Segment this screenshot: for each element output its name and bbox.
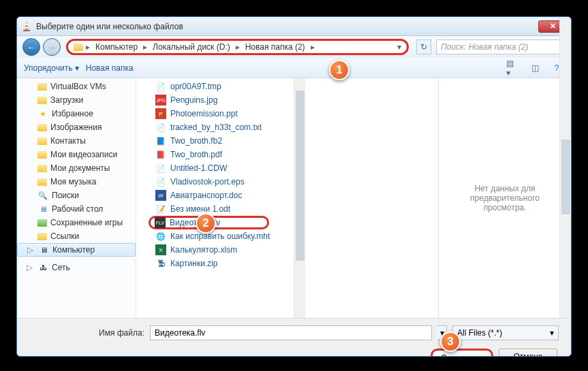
tree-item: Контакты: [17, 134, 136, 148]
chevron-right-icon: ▸: [311, 42, 315, 52]
file-row[interactable]: XКалькулятор.xlsm: [136, 243, 438, 257]
mht-icon: 🌐: [155, 231, 166, 242]
forward-button[interactable]: →: [43, 38, 61, 56]
preview-pane-button[interactable]: ◫: [527, 61, 542, 75]
view-options-button[interactable]: ▤ ▾: [506, 61, 521, 75]
tree-item: 🖥Рабочий стол: [17, 202, 136, 216]
jpg-icon: JPG: [155, 95, 166, 106]
tree-item: 🔍Поиски: [17, 189, 136, 202]
flv-icon: FLV: [155, 217, 166, 228]
tree-item-computer[interactable]: ▷🖥Компьютер: [17, 243, 136, 257]
tree-item: Моя музыка: [17, 175, 136, 189]
navigation-tree[interactable]: VirtualBox VMs Загрузки ★Избранное Изобр…: [17, 78, 136, 318]
folder-icon: [74, 44, 83, 51]
music-icon: [37, 178, 47, 186]
fb2-icon: 📘: [155, 135, 166, 146]
file-row[interactable]: 📘Two_broth.fb2: [136, 134, 438, 148]
titlebar[interactable]: Выберите один или несколько файлов ✕: [17, 17, 571, 36]
tree-item: Сохраненные игры: [17, 216, 136, 229]
svg-rect-2: [25, 27, 28, 29]
file-row[interactable]: JPGPenguins.jpg: [136, 93, 438, 107]
preview-pane: Нет данных для предварительного просмотр…: [438, 78, 571, 318]
file-row[interactable]: 📄opr00A9T.tmp: [136, 80, 438, 93]
games-icon: [37, 219, 47, 227]
zip-icon: 🗜: [155, 258, 166, 269]
file-row[interactable]: 📝Без имени 1.odt: [136, 202, 438, 216]
video-icon: [37, 151, 47, 159]
folder-icon: [37, 97, 47, 104]
computer-icon: 🖥: [38, 244, 49, 255]
tree-item: VirtualBox VMs: [17, 80, 136, 93]
file-row[interactable]: 🌐Как исправить ошибку.mht: [136, 229, 438, 243]
contacts-icon: [37, 138, 47, 145]
refresh-button[interactable]: ↻: [416, 39, 431, 54]
links-icon: [37, 233, 47, 240]
file-row[interactable]: 📄tracked_by_h33t_com.txt: [136, 120, 438, 134]
breadcrumb-item[interactable]: Компьютер: [93, 42, 140, 52]
chevron-right-icon: ▸: [143, 42, 147, 52]
filetype-filter[interactable]: All Files (*.*)▾: [452, 325, 559, 340]
annotation-2: 2: [196, 213, 216, 233]
folder-icon: [37, 83, 47, 91]
search-placeholder: Поиск: Новая папка (2): [441, 42, 528, 52]
cancel-button[interactable]: Отмена: [499, 349, 557, 357]
dialog-body: VirtualBox VMs Загрузки ★Избранное Изобр…: [17, 78, 571, 318]
filelist-scrollbar[interactable]: [294, 78, 305, 318]
filename-input[interactable]: [150, 325, 432, 340]
eps-icon: 📄: [155, 176, 166, 187]
preview-empty-text: Нет данных для предварительного просмотр…: [452, 184, 557, 212]
cdw-icon: 📄: [155, 163, 166, 174]
file-open-dialog: Выберите один или несколько файлов ✕ ← →…: [16, 16, 572, 357]
file-icon: 📄: [155, 81, 166, 92]
file-row[interactable]: 🗜Картинки.zip: [136, 257, 438, 270]
search-input[interactable]: Поиск: Новая папка (2): [436, 39, 566, 54]
breadcrumb-item[interactable]: Новая папка (2): [243, 42, 308, 52]
file-row[interactable]: 📄Untitled-1.CDW: [136, 161, 438, 175]
search-icon: 🔍: [37, 190, 48, 201]
back-button[interactable]: ←: [22, 38, 40, 56]
tree-item: Изображения: [17, 120, 136, 134]
tree-item: Загрузки: [17, 93, 136, 107]
chevron-down-icon[interactable]: ▾: [397, 42, 401, 52]
tree-item: Мои видеозаписи: [17, 148, 136, 161]
chevron-right-icon: ▸: [86, 42, 90, 52]
toolbar: Упорядочить ▾ Новая папка ▤ ▾ ◫ ?: [17, 58, 571, 78]
breadcrumb-item[interactable]: Локальный диск (D:): [150, 42, 233, 52]
star-icon: ★: [37, 108, 48, 119]
address-bar[interactable]: ▸ Компьютер ▸ Локальный диск (D:) ▸ Нова…: [66, 39, 409, 55]
chevron-down-icon: ▾: [550, 328, 554, 338]
window-title: Выберите один или несколько файлов: [36, 22, 538, 31]
new-folder-button[interactable]: Новая папка: [86, 63, 134, 73]
doc-icon: W: [155, 190, 166, 201]
file-row[interactable]: PPhotoemission.ppt: [136, 107, 438, 120]
ppt-icon: P: [155, 108, 166, 119]
xls-icon: X: [155, 244, 166, 255]
file-list[interactable]: 📄opr00A9T.tmp JPGPenguins.jpg PPhotoemis…: [136, 78, 438, 318]
pdf-icon: 📕: [155, 149, 166, 160]
file-row[interactable]: WАвиатранспорт.doc: [136, 189, 438, 202]
pictures-icon: [37, 124, 47, 131]
navigation-bar: ← → ▸ Компьютер ▸ Локальный диск (D:) ▸ …: [17, 36, 571, 58]
txt-icon: 📄: [155, 122, 166, 133]
tree-item: Ссылки: [17, 229, 136, 243]
svg-rect-3: [23, 30, 30, 31]
file-row[interactable]: 📄Vladivostok-port.eps: [136, 175, 438, 189]
file-row[interactable]: 📕Two_broth.pdf: [136, 148, 438, 161]
annotation-3: 3: [440, 332, 461, 352]
annotation-1: 1: [329, 60, 350, 80]
chevron-right-icon: ▸: [236, 42, 240, 52]
svg-marker-0: [25, 22, 29, 31]
dialog-footer: Имя файла: ▾ All Files (*.*)▾ Открыть ▼ …: [17, 318, 571, 357]
svg-rect-1: [25, 24, 28, 25]
filename-label: Имя файла:: [29, 328, 144, 338]
open-button[interactable]: Открыть ▼: [431, 349, 493, 357]
docs-icon: [37, 165, 47, 172]
tree-item: Мои документы: [17, 161, 136, 175]
network-icon: 🖧: [37, 262, 48, 273]
desktop-icon: 🖥: [37, 204, 48, 214]
tree-item: ★Избранное: [17, 107, 136, 120]
organize-menu[interactable]: Упорядочить ▾: [24, 63, 79, 73]
odt-icon: 📝: [155, 204, 166, 214]
vlc-icon: [21, 21, 32, 32]
tree-item-network[interactable]: ▷🖧Сеть: [17, 261, 136, 274]
